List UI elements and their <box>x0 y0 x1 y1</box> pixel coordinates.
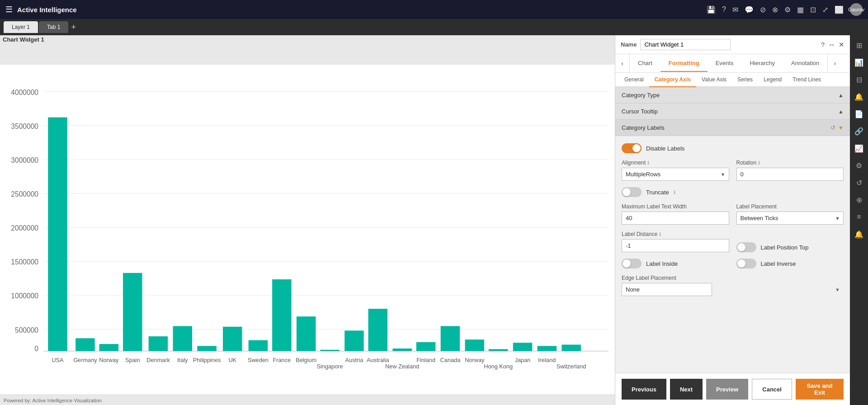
tab-chart[interactable]: Chart <box>630 55 660 72</box>
rotation-input[interactable] <box>736 168 844 181</box>
preview-button[interactable]: Preview <box>706 379 748 400</box>
save-exit-button[interactable]: Save and Exit <box>796 379 844 400</box>
svg-text:France: France <box>273 357 291 363</box>
disable-labels-toggle[interactable] <box>622 143 642 153</box>
truncate-toggle[interactable] <box>622 187 642 197</box>
tab-formatting[interactable]: Formatting <box>660 55 708 72</box>
user-avatar[interactable]: Gaurav <box>850 3 863 16</box>
sidebar-notification-icon[interactable]: 🔔 <box>851 226 867 242</box>
help-icon[interactable]: ? <box>722 5 726 14</box>
svg-text:Singapore: Singapore <box>317 363 343 370</box>
add-tab-button[interactable]: + <box>71 23 76 32</box>
label-position-top-toggle[interactable] <box>736 242 756 252</box>
rotation-info-icon[interactable]: ℹ <box>758 160 760 166</box>
subtab-general[interactable]: General <box>619 73 649 87</box>
label-placement-select[interactable]: Between Ticks On Ticks None <box>736 212 844 225</box>
subtab-category-axis[interactable]: Category Axis <box>649 73 696 87</box>
sidebar-chart-icon[interactable]: 📊 <box>851 54 867 71</box>
max-label-width-field: Maximum Label Text Width <box>622 203 729 225</box>
subtab-trend-lines[interactable]: Trend Lines <box>787 73 826 87</box>
fullscreen-icon[interactable]: ⬜ <box>835 5 844 14</box>
edge-label-placement-select[interactable]: None Show Hide <box>622 283 712 296</box>
truncate-row: Truncate ℹ <box>622 187 844 197</box>
svg-text:500000: 500000 <box>15 326 38 334</box>
subtab-legend[interactable]: Legend <box>758 73 787 87</box>
sidebar-file-icon[interactable]: 📄 <box>851 106 867 122</box>
sidebar-analytics-icon[interactable]: 📈 <box>851 140 867 156</box>
panel-footer: Previous Next Preview Cancel Save and Ex… <box>615 373 850 405</box>
svg-rect-34 <box>441 326 460 351</box>
svg-rect-36 <box>489 349 508 351</box>
subtab-value-axis[interactable]: Value Axis <box>696 73 732 87</box>
category-labels-form: Disable Labels Alignment ℹ MultipleRows … <box>615 136 850 303</box>
label-distance-info-icon[interactable]: ℹ <box>659 231 661 237</box>
tab-events[interactable]: Events <box>708 55 742 72</box>
close-panel-icon[interactable]: ✕ <box>839 41 844 49</box>
sidebar-stack-icon[interactable]: ⊕ <box>851 192 867 208</box>
sidebar-gear-icon[interactable]: ⚙ <box>851 157 867 174</box>
svg-text:Norway: Norway <box>99 357 119 363</box>
funnel-icon[interactable]: ⊗ <box>772 5 778 14</box>
max-label-width-label: Maximum Label Text Width <box>622 203 729 210</box>
subtab-series[interactable]: Series <box>732 73 758 87</box>
max-label-width-input[interactable] <box>622 212 729 225</box>
accordion-category-labels-arrow[interactable]: ▼ <box>838 125 844 131</box>
svg-rect-28 <box>297 316 316 351</box>
filter-icon[interactable]: ⊘ <box>760 5 766 14</box>
next-button[interactable]: Next <box>670 379 703 400</box>
accordion-category-type[interactable]: Category Type ▲ <box>615 87 850 104</box>
layer-tab-1[interactable]: Layer 1 <box>4 21 38 33</box>
panel-nav-right[interactable]: › <box>827 54 842 72</box>
svg-rect-30 <box>344 330 364 351</box>
accordion-category-labels[interactable]: Category Labels ↺ ▼ <box>615 120 850 136</box>
label-placement-field: Label Placement Between Ticks On Ticks N… <box>736 203 844 225</box>
topbar: ☰ Active Intelligence 💾 ? ✉ 💬 ⊘ ⊗ ⚙ ▦ ⊡ … <box>0 0 868 19</box>
canvas-footer: Powered by: Active Intelligence Visualiz… <box>0 396 105 405</box>
accordion-cursor-tooltip-label: Cursor Tooltip <box>622 108 658 115</box>
svg-text:Japan: Japan <box>515 357 531 363</box>
cancel-button[interactable]: Cancel <box>752 379 792 400</box>
svg-text:Finland: Finland <box>416 357 435 363</box>
sidebar-settings-alt-icon[interactable]: ≡ <box>851 209 867 225</box>
sidebar-layers-icon[interactable]: ⊟ <box>851 71 867 88</box>
panel-nav-left[interactable]: ‹ <box>615 54 630 72</box>
help-panel-icon[interactable]: ? <box>821 41 825 49</box>
sidebar-refresh-icon[interactable]: ↺ <box>851 174 867 191</box>
save-icon[interactable]: 💾 <box>707 5 716 14</box>
accordion-cursor-tooltip[interactable]: Cursor Tooltip ▲ <box>615 104 850 120</box>
alignment-select[interactable]: MultipleRows Single Row Rotate <box>622 168 729 181</box>
label-distance-input[interactable] <box>622 239 729 252</box>
widget-name-input[interactable] <box>640 39 731 50</box>
svg-text:New Zealand: New Zealand <box>385 363 419 370</box>
alignment-field: Alignment ℹ MultipleRows Single Row Rota… <box>622 160 729 181</box>
truncate-info-icon[interactable]: ℹ <box>674 189 675 195</box>
mail-icon[interactable]: ✉ <box>732 5 738 14</box>
layer-tabs: Layer 1 Tab 1 + <box>0 19 868 35</box>
name-label: Name <box>621 41 637 48</box>
resize-panel-icon[interactable]: ↔ <box>828 41 835 49</box>
comment-icon[interactable]: 💬 <box>745 5 754 14</box>
sidebar-bell-icon[interactable]: 🔔 <box>851 89 867 105</box>
refresh-icon[interactable]: ↺ <box>830 124 835 131</box>
svg-text:Germany: Germany <box>73 357 97 363</box>
expand-icon[interactable]: ⊡ <box>810 5 816 14</box>
sidebar-link-icon[interactable]: 🔗 <box>851 123 867 139</box>
tab-1[interactable]: Tab 1 <box>39 21 68 33</box>
panel-subtabs: General Category Axis Value Axis Series … <box>615 73 850 87</box>
table-icon[interactable]: ▦ <box>797 5 804 14</box>
tab-annotation[interactable]: Annotation <box>783 55 827 72</box>
window-icon[interactable]: ⤢ <box>822 5 828 14</box>
sidebar-table-icon[interactable]: ⊞ <box>851 37 867 53</box>
hamburger-icon[interactable]: ☰ <box>5 5 13 14</box>
label-inside-toggle[interactable] <box>622 259 642 268</box>
label-inverse-toggle[interactable] <box>736 259 756 268</box>
svg-text:Sweden: Sweden <box>248 357 269 363</box>
grid-icon[interactable]: ⚙ <box>784 5 791 14</box>
tab-hierarchy[interactable]: Hierarchy <box>741 55 783 72</box>
width-placement-row: Maximum Label Text Width Label Placement… <box>622 203 844 225</box>
alignment-info-icon[interactable]: ℹ <box>647 160 649 166</box>
previous-button[interactable]: Previous <box>622 379 666 400</box>
accordion-category-type-arrow[interactable]: ▲ <box>838 92 844 99</box>
accordion-cursor-tooltip-arrow[interactable]: ▲ <box>838 108 844 115</box>
disable-labels-label: Disable Labels <box>646 145 684 152</box>
